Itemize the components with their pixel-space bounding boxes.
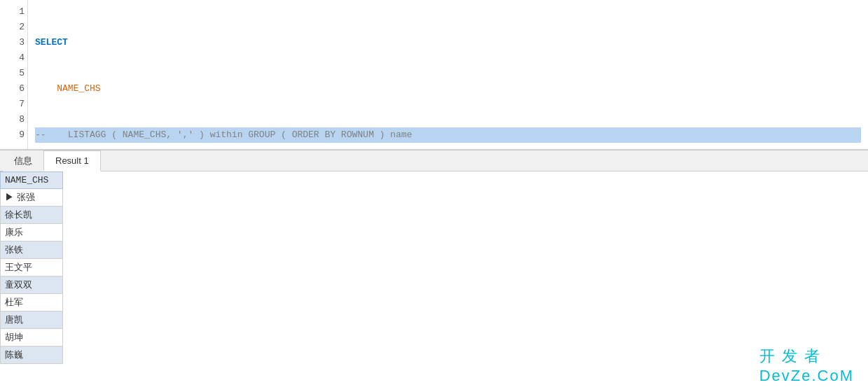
line-number-8: 8 [3, 112, 25, 127]
table-row: 陈巍 [1, 346, 63, 364]
table-row: 杜军 [1, 294, 63, 312]
table-row: ▶ 张强 [1, 189, 63, 206]
table-row: 康乐 [1, 224, 63, 241]
table-row: 徐长凯 [1, 206, 63, 224]
sql-editor[interactable]: 1 2 3 4 5 6 7 8 9 SELECT NAME_CHS -- LIS… [0, 0, 868, 150]
line-number-2: 2 [3, 20, 25, 35]
tabs-bar: 信息 Result 1 [0, 150, 868, 172]
line-number-3: 3 [3, 35, 25, 50]
table-row: 王文平 [1, 259, 63, 276]
column-header-name-chs: NAME_CHS [1, 172, 63, 189]
table-row: 唐凯 [1, 312, 63, 329]
line-number-5: 5 [3, 66, 25, 81]
table-row: 童双双 [1, 276, 63, 294]
code-line-1: SELECT [35, 35, 861, 50]
line-number-9: 9 [3, 127, 25, 143]
code-content[interactable]: SELECT NAME_CHS -- LISTAGG ( NAME_CHS, '… [28, 0, 868, 149]
line-number-6: 6 [3, 81, 25, 97]
watermark-line2: DevZe.CoM [759, 367, 854, 385]
watermark: 开 发 者 DevZe.CoM [759, 346, 854, 385]
results-area[interactable]: NAME_CHS ▶ 张强徐长凯康乐张铁王文平童双双杜军唐凯胡坤陈巍 [0, 172, 868, 392]
watermark-line1: 开 发 者 [759, 346, 854, 367]
table-row: 张铁 [1, 241, 63, 259]
code-line-2: NAME_CHS [35, 81, 861, 97]
results-table: NAME_CHS ▶ 张强徐长凯康乐张铁王文平童双双杜军唐凯胡坤陈巍 [0, 172, 63, 364]
table-row: 胡坤 [1, 329, 63, 346]
bottom-area: 信息 Result 1 NAME_CHS ▶ 张强徐长凯康乐张铁王文平童双双杜军… [0, 150, 868, 392]
line-number-4: 4 [3, 50, 25, 66]
line-numbers: 1 2 3 4 5 6 7 8 9 [0, 0, 28, 149]
line-number-1: 1 [3, 4, 25, 20]
tab-info[interactable]: 信息 [3, 150, 43, 172]
tab-result1[interactable]: Result 1 [43, 150, 101, 172]
code-line-3: -- LISTAGG ( NAME_CHS, ',' ) within GROU… [35, 127, 861, 143]
line-number-7: 7 [3, 97, 25, 112]
